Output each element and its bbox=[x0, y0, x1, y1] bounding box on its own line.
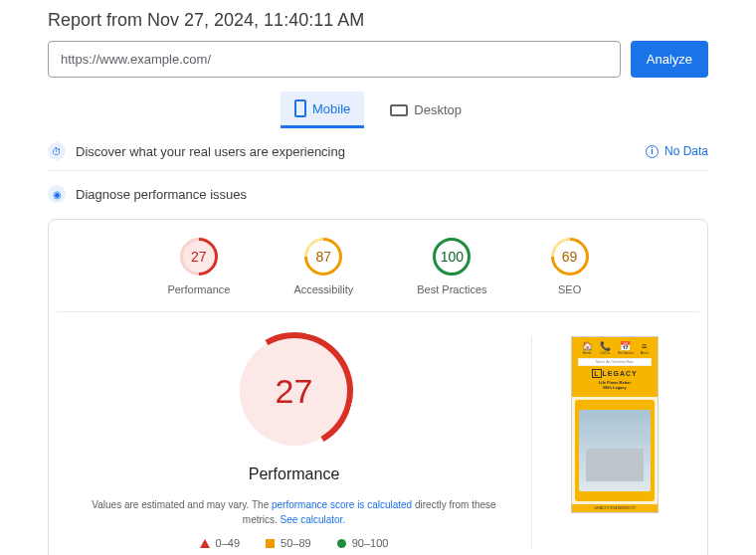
score-seo-label: SEO bbox=[558, 283, 581, 295]
hero-image bbox=[579, 410, 651, 491]
gauge-performance: 27 bbox=[180, 238, 218, 276]
home-icon: 🏠 bbox=[582, 341, 593, 351]
calc-link-1[interactable]: performance score is calculated bbox=[272, 499, 412, 510]
speedometer-icon: ⏱ bbox=[48, 142, 66, 160]
no-data-link[interactable]: i No Data bbox=[646, 144, 708, 158]
gauge-accessibility: 87 bbox=[304, 238, 342, 276]
section-diagnose-title: Diagnose performance issues bbox=[76, 187, 247, 202]
report-title: Report from Nov 27, 2024, 11:40:11 AM bbox=[48, 10, 708, 31]
performance-description: Values are estimated and may vary. The p… bbox=[77, 497, 511, 527]
calendar-icon: 📅 bbox=[620, 341, 631, 351]
phone-icon: 📞 bbox=[600, 341, 611, 351]
url-input[interactable] bbox=[48, 41, 621, 78]
circle-icon bbox=[337, 539, 346, 548]
analyze-button[interactable]: Analyze bbox=[631, 41, 708, 78]
target-icon: ◉ bbox=[48, 185, 66, 203]
big-performance-gauge: 27 bbox=[240, 336, 349, 446]
score-bestpractices[interactable]: 100 Best Practices bbox=[417, 238, 486, 295]
score-seo[interactable]: 69 SEO bbox=[551, 238, 589, 295]
tab-mobile[interactable]: Mobile bbox=[281, 92, 364, 128]
calc-link-2[interactable]: See calculator. bbox=[281, 514, 346, 525]
tab-desktop[interactable]: Desktop bbox=[376, 92, 475, 128]
menu-icon: ≡ bbox=[642, 341, 647, 351]
triangle-icon bbox=[200, 539, 210, 548]
tab-desktop-label: Desktop bbox=[414, 102, 462, 117]
square-icon bbox=[266, 539, 275, 548]
gauge-seo: 69 bbox=[551, 238, 589, 276]
gauge-bestpractices: 100 bbox=[433, 238, 471, 276]
tab-mobile-label: Mobile bbox=[312, 101, 350, 116]
score-accessibility[interactable]: 87 Accessibility bbox=[293, 238, 353, 295]
section-discover-title: Discover what your real users are experi… bbox=[76, 144, 345, 159]
score-performance-label: Performance bbox=[167, 283, 230, 295]
desktop-icon bbox=[390, 104, 408, 116]
mobile-icon bbox=[294, 99, 306, 117]
page-screenshot: 🏠Home 📞Call Us 📅Get Service ≡Menu Never … bbox=[571, 336, 659, 513]
score-accessibility-label: Accessibility bbox=[293, 283, 353, 295]
big-performance-label: Performance bbox=[249, 465, 340, 483]
score-legend: 0–49 50–89 90–100 bbox=[200, 537, 389, 549]
info-icon: i bbox=[646, 145, 659, 158]
score-performance[interactable]: 27 Performance bbox=[167, 238, 230, 295]
no-data-label: No Data bbox=[664, 144, 708, 158]
score-bestpractices-label: Best Practices bbox=[417, 283, 486, 295]
diagnose-card: 27 Performance 87 Accessibility 100 Best… bbox=[48, 219, 708, 555]
